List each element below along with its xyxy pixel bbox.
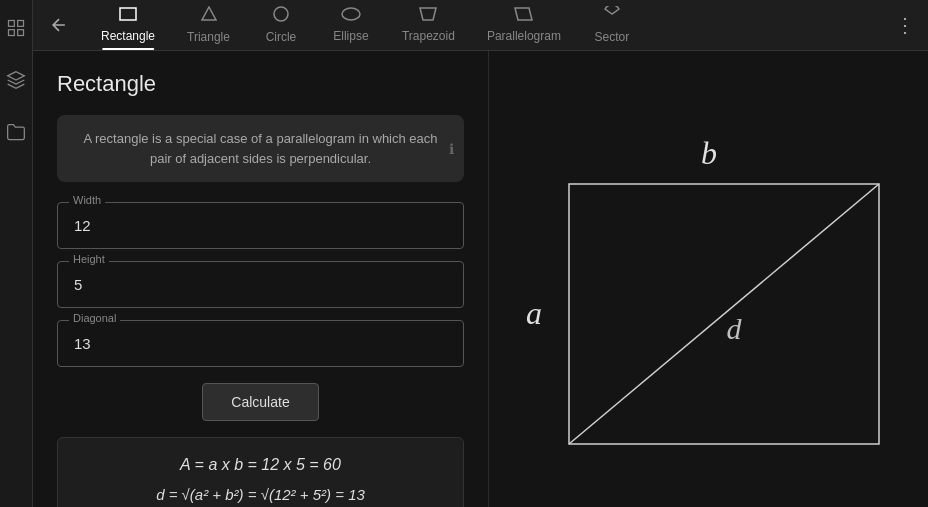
folder-icon[interactable]: [0, 116, 32, 148]
diagonal-input[interactable]: [57, 320, 464, 367]
svg-rect-3: [18, 30, 24, 36]
diagonal-formula: d = √(a² + b²) = √(12² + 5²) = 13: [82, 486, 439, 503]
ellipse-icon: [341, 7, 361, 25]
tab-ellipse-label: Ellipse: [333, 29, 368, 43]
layers-icon[interactable]: [0, 64, 32, 96]
tab-rectangle-label: Rectangle: [101, 29, 155, 43]
main-content: Rectangle Triangle Circle: [33, 0, 928, 507]
page-title: Rectangle: [57, 71, 464, 97]
triangle-icon: [201, 6, 217, 26]
tab-circle-label: Circle: [266, 30, 297, 44]
tab-circle[interactable]: Circle: [246, 0, 316, 50]
calculate-button[interactable]: Calculate: [202, 383, 318, 421]
svg-point-5: [274, 7, 288, 21]
height-label: Height: [69, 253, 109, 265]
tab-parallelogram[interactable]: Parallelogram: [471, 0, 577, 50]
tab-parallelogram-label: Parallelogram: [487, 29, 561, 43]
svg-text:d: d: [727, 312, 743, 345]
svg-point-6: [342, 8, 360, 20]
svg-text:a: a: [526, 295, 542, 331]
svg-rect-4: [120, 8, 136, 20]
trapezoid-icon: [419, 7, 437, 25]
grid-icon[interactable]: [0, 12, 32, 44]
diagonal-label: Diagonal: [69, 312, 120, 324]
sidebar: [0, 0, 33, 507]
svg-rect-2: [9, 30, 15, 36]
info-box: A rectangle is a special case of a paral…: [57, 115, 464, 182]
tab-triangle-label: Triangle: [187, 30, 230, 44]
circle-icon: [273, 6, 289, 26]
height-input[interactable]: [57, 261, 464, 308]
info-icon: ℹ: [449, 138, 454, 159]
back-button[interactable]: [41, 7, 77, 43]
right-panel: b a d: [488, 51, 928, 507]
rectangle-diagram: b a d: [509, 134, 909, 508]
rectangle-icon: [119, 7, 137, 25]
result-box: A = a x b = 12 x 5 = 60 d = √(a² + b²) =…: [57, 437, 464, 507]
tab-ellipse[interactable]: Ellipse: [316, 0, 386, 50]
tab-trapezoid-label: Trapezoid: [402, 29, 455, 43]
top-navigation: Rectangle Triangle Circle: [33, 0, 928, 51]
svg-text:b: b: [701, 135, 717, 171]
height-input-group: Height: [57, 261, 464, 308]
tab-triangle[interactable]: Triangle: [171, 0, 246, 50]
content-area: Rectangle A rectangle is a special case …: [33, 51, 928, 507]
more-options-button[interactable]: ⋮: [889, 9, 921, 41]
width-input[interactable]: [57, 202, 464, 249]
left-panel: Rectangle A rectangle is a special case …: [33, 51, 488, 507]
svg-rect-1: [18, 21, 24, 27]
parallelogram-icon: [514, 7, 534, 25]
width-label: Width: [69, 194, 105, 206]
diagonal-input-group: Diagonal: [57, 320, 464, 367]
tab-trapezoid[interactable]: Trapezoid: [386, 0, 471, 50]
svg-rect-0: [9, 21, 15, 27]
info-text: A rectangle is a special case of a paral…: [83, 131, 437, 166]
tab-sector[interactable]: Sector: [577, 0, 647, 50]
area-formula: A = a x b = 12 x 5 = 60: [82, 456, 439, 474]
svg-line-8: [569, 184, 879, 444]
tab-sector-label: Sector: [595, 30, 630, 44]
tab-rectangle[interactable]: Rectangle: [85, 0, 171, 50]
diagram-container: b a d: [509, 134, 909, 508]
sector-icon: [604, 6, 620, 26]
width-input-group: Width: [57, 202, 464, 249]
